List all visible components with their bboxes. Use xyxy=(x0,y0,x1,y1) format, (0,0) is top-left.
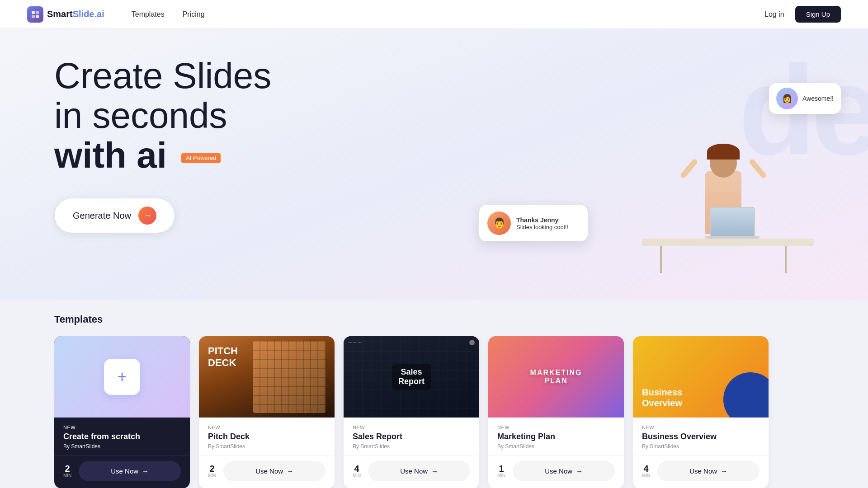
hero-content: Create Slides in seconds with ai AI Powe… xyxy=(54,56,326,233)
time-label-pitch: Min xyxy=(208,473,216,478)
logo[interactable]: SmartSlide.ai xyxy=(27,6,104,23)
pitch-label: PITCHDECK xyxy=(208,345,238,369)
brand-name: SmartSlide.ai xyxy=(47,9,104,19)
sales-label: SalesReport xyxy=(392,364,431,390)
hero-line1: Create Slides xyxy=(54,56,271,96)
card-author-business: By SmartSlides xyxy=(642,443,760,450)
card-footer-create: 2 Min Use Now → xyxy=(54,455,190,488)
arrow-icon-sales: → xyxy=(431,467,438,475)
nav-pricing[interactable]: Pricing xyxy=(183,10,205,19)
use-now-business[interactable]: Use Now → xyxy=(657,461,760,481)
arrow-icon-marketing: → xyxy=(576,467,583,475)
card-title-marketing: Marketing Plan xyxy=(497,432,615,441)
nav-actions: Log in Sign Up xyxy=(764,6,841,23)
card-title-create: Create from scratch xyxy=(63,432,181,441)
card-title-pitch: Pitch Deck xyxy=(208,432,326,441)
nav-templates[interactable]: Templates xyxy=(132,10,165,19)
card-body-create: New Create from scratch By SmartSlides xyxy=(54,418,190,450)
card-badge-create: New xyxy=(63,425,181,430)
template-card-marketing: MARKETINGPLAN New Marketing Plan By Smar… xyxy=(488,336,624,488)
template-card-business: BusinessOverview New Business Overview B… xyxy=(633,336,769,488)
login-button[interactable]: Log in xyxy=(764,10,784,19)
thanks-sub: Slides looking cool!! xyxy=(516,224,568,230)
use-now-sales[interactable]: Use Now → xyxy=(368,461,470,481)
hero-section: Create Slides in seconds with ai AI Powe… xyxy=(0,29,868,300)
templates-title: Templates xyxy=(54,314,814,325)
svg-rect-2 xyxy=(32,15,35,18)
create-plus-icon: + xyxy=(104,359,140,395)
hero-visual: de xyxy=(461,29,868,300)
card-title-business: Business Overview xyxy=(642,432,760,441)
card-body-pitch: New Pitch Deck By SmartSlides xyxy=(199,418,335,450)
card-footer-business: 4 Min Use Now → xyxy=(633,455,769,488)
card-footer-sales: 4 Min Use Now → xyxy=(344,455,479,488)
arrow-icon-create: → xyxy=(142,467,149,475)
navbar: SmartSlide.ai Templates Pricing Log in S… xyxy=(0,0,868,29)
templates-grid: + New Create from scratch By SmartSlides… xyxy=(54,336,814,488)
desk-scene xyxy=(633,47,814,273)
arrow-icon-business: → xyxy=(721,467,727,475)
time-label-business: Min xyxy=(642,473,650,478)
card-thumbnail-create: + xyxy=(54,336,190,418)
time-num-sales: 4 xyxy=(354,464,359,473)
desk-element xyxy=(642,239,814,246)
card-time-marketing: 1 Min xyxy=(497,464,505,478)
time-num-pitch: 2 xyxy=(210,464,215,473)
arrow-icon-pitch: → xyxy=(287,467,293,475)
thanks-avatar: 👨 xyxy=(487,211,511,235)
card-body-business: New Business Overview By SmartSlides xyxy=(633,418,769,450)
thanks-main: Thanks Jenny xyxy=(516,216,568,224)
time-num-create: 2 xyxy=(65,464,70,473)
card-author-marketing: By SmartSlides xyxy=(497,443,615,450)
logo-icon xyxy=(27,6,43,23)
template-card-pitch: PITCHDECK New Pitch Deck By SmartSlides … xyxy=(199,336,335,488)
card-time-create: 2 Min xyxy=(63,464,71,478)
card-body-marketing: New Marketing Plan By SmartSlides xyxy=(488,418,624,450)
use-now-pitch[interactable]: Use Now → xyxy=(223,461,326,481)
hero-line3: with ai xyxy=(54,135,167,175)
card-footer-pitch: 2 Min Use Now → xyxy=(199,455,335,488)
time-num-marketing: 1 xyxy=(499,464,504,473)
card-badge-pitch: New xyxy=(208,425,326,430)
business-accent xyxy=(723,372,769,418)
business-label: BusinessOverview xyxy=(642,387,682,408)
card-title-sales: Sales Report xyxy=(353,432,470,441)
desk-leg-right xyxy=(785,246,787,273)
card-badge-marketing: New xyxy=(497,425,615,430)
time-label-sales: Min xyxy=(353,473,361,478)
card-time-sales: 4 Min xyxy=(353,464,361,478)
card-time-pitch: 2 Min xyxy=(208,464,216,478)
card-badge-sales: New xyxy=(353,425,470,430)
hero-line2: in seconds xyxy=(54,95,227,136)
arrow-icon: → xyxy=(138,206,156,225)
templates-section: Templates + New Create from scratch By S… xyxy=(0,300,868,488)
use-now-marketing[interactable]: Use Now → xyxy=(513,461,615,481)
time-label-marketing: Min xyxy=(497,473,505,478)
bubble-avatar: 👩 xyxy=(776,88,798,109)
generate-label: Generate Now xyxy=(73,211,131,221)
svg-rect-3 xyxy=(36,15,39,18)
signup-button[interactable]: Sign Up xyxy=(795,6,841,23)
card-thumbnail-sales: ─ ─ ─ SalesReport xyxy=(344,336,479,418)
card-author-sales: By SmartSlides xyxy=(353,443,470,450)
svg-rect-1 xyxy=(36,11,39,14)
card-badge-business: New xyxy=(642,425,760,430)
template-card-create: + New Create from scratch By SmartSlides… xyxy=(54,336,190,488)
ai-badge: AI Powered xyxy=(181,153,221,163)
svg-rect-0 xyxy=(32,11,35,14)
hero-cta: Generate Now → xyxy=(54,198,326,233)
awesome-bubble: 👩 Awesome!! xyxy=(769,83,841,114)
nav-links: Templates Pricing xyxy=(132,10,764,19)
awesome-text: Awesome!! xyxy=(802,95,834,102)
use-now-create[interactable]: Use Now → xyxy=(79,461,181,481)
card-time-business: 4 Min xyxy=(642,464,650,478)
template-card-sales: ─ ─ ─ SalesReport New Sales Report By Sm… xyxy=(344,336,479,488)
generate-button[interactable]: Generate Now → xyxy=(54,198,175,233)
card-author-pitch: By SmartSlides xyxy=(208,443,326,450)
card-thumbnail-business: BusinessOverview xyxy=(633,336,769,418)
card-footer-marketing: 1 Min Use Now → xyxy=(488,455,624,488)
desk-leg-left xyxy=(660,246,662,273)
card-thumbnail-pitch: PITCHDECK xyxy=(199,336,335,418)
card-author-create: By SmartSlides xyxy=(63,443,181,450)
card-body-sales: New Sales Report By SmartSlides xyxy=(344,418,479,450)
